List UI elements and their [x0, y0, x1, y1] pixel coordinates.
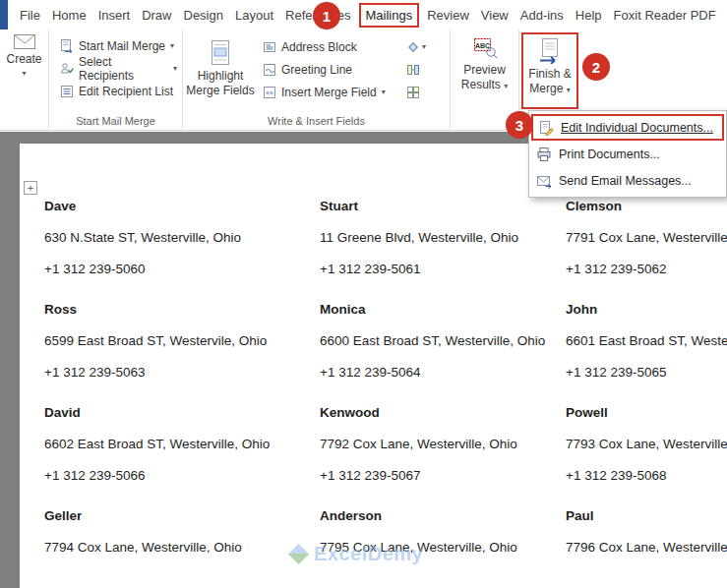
- contact-address: 6601 East Broad ST, Westerville, Ohio: [566, 332, 727, 349]
- insert-merge-field-icon: «»: [263, 86, 276, 99]
- tab-layout[interactable]: Layout: [229, 3, 279, 28]
- tab-draw[interactable]: Draw: [136, 3, 177, 28]
- contact-name: Monica: [320, 301, 566, 318]
- menu-item-send-email-messages[interactable]: Send Email Messages...: [529, 167, 726, 194]
- finish-and-merge-label: Finish &Merge ▾: [528, 67, 571, 96]
- svg-text:ABC: ABC: [474, 42, 489, 49]
- tab-home[interactable]: Home: [46, 3, 92, 28]
- edit-recipient-list-icon: [60, 85, 74, 98]
- tab-add-ins[interactable]: Add-ins: [515, 3, 570, 28]
- document-page[interactable]: + Dave 630 N.State ST, Westerville, Ohio…: [20, 144, 727, 588]
- edit-individual-documents-label: Edit Individual Documents...: [561, 121, 713, 135]
- contact-cell: Ross 6599 East Broad ST, Westervile, Ohi…: [44, 301, 320, 381]
- edit-recipient-list-button[interactable]: Edit Recipient List: [55, 80, 182, 102]
- start-mail-merge-icon: [60, 39, 74, 53]
- insert-merge-field-label: Insert Merge Field: [281, 86, 377, 99]
- dropdown-chevron-icon: ▾: [504, 82, 508, 90]
- dropdown-chevron-icon: ▾: [173, 65, 177, 73]
- address-block-button[interactable]: Address Block: [258, 35, 403, 58]
- contact-name: Kenwood: [320, 404, 566, 421]
- tab-review[interactable]: Review: [421, 3, 475, 28]
- contact-phone: +1 312 239-5063: [44, 364, 320, 381]
- merged-labels-grid: Dave 630 N.State ST, Westerville, Ohio +…: [44, 198, 727, 588]
- contact-name: Anderson: [320, 507, 566, 524]
- dropdown-chevron-icon: ▾: [170, 42, 174, 50]
- start-mail-merge-group: Start Mail Merge ▾ Select Recipients ▾ E…: [49, 29, 183, 130]
- match-fields-icon: [406, 63, 420, 77]
- address-block-icon: [263, 40, 276, 54]
- edit-individual-documents-icon: [538, 120, 554, 136]
- match-fields-button[interactable]: [403, 58, 423, 81]
- contact-name: Stuart: [320, 198, 566, 214]
- ribbon-tab-bar: File Home Insert Draw Design Layout Refe…: [0, 0, 727, 29]
- contact-cell: Kenwood 7792 Cox Lane, Westerville, Ohio…: [320, 404, 566, 484]
- contact-cell: Powell 7793 Cox Lane, Westerville, Ohio …: [566, 404, 727, 484]
- select-recipients-icon: [60, 62, 74, 76]
- create-label: Create: [6, 52, 41, 67]
- svg-text:«»: «»: [266, 88, 273, 95]
- write-insert-fields-group: HighlightMerge Fields Address Block Gree…: [183, 29, 451, 130]
- annotation-step-3-badge: 3: [506, 111, 533, 139]
- contact-address: 11 Greene Blvd, Westerville, Ohio: [320, 229, 566, 246]
- dropdown-chevron-icon: ▾: [382, 88, 386, 96]
- tab-help[interactable]: Help: [570, 3, 608, 28]
- contact-address: 630 N.State ST, Westerville, Ohio: [44, 229, 320, 246]
- contact-address: 6602 East Broad ST, Westerville, Ohio: [44, 436, 320, 452]
- send-email-messages-label: Send Email Messages...: [559, 174, 692, 188]
- exceldemy-logo-icon: [288, 544, 309, 564]
- rules-button[interactable]: ▾: [403, 35, 429, 58]
- contact-name: Paul: [566, 507, 727, 524]
- tab-mailings[interactable]: Mailings: [359, 3, 420, 28]
- rules-icon: [406, 40, 420, 54]
- finish-merge-dropdown-menu: Edit Individual Documents... Print Docum…: [528, 110, 727, 198]
- exceldemy-watermark: ExcelDemy: [291, 543, 423, 565]
- contact-address: 7796 Cox Lane, Westerville, Ohio: [566, 539, 727, 556]
- contact-cell: Clemson 7791 Cox Lane, Westerville, Ohio…: [566, 198, 727, 277]
- finish-merge-icon: [537, 37, 563, 64]
- print-documents-icon: [536, 147, 552, 162]
- annotation-step-1-badge: 1: [313, 2, 340, 29]
- contact-phone: +1 312 239-5068: [566, 467, 727, 484]
- exceldemy-watermark-text: ExcelDemy: [314, 543, 423, 565]
- dropdown-chevron-icon: ▾: [422, 43, 426, 51]
- menu-item-edit-individual-documents[interactable]: Edit Individual Documents...: [531, 114, 724, 141]
- contact-name: Dave: [44, 198, 320, 214]
- start-mail-merge-group-label: Start Mail Merge: [49, 115, 182, 127]
- insert-merge-field-button[interactable]: «» Insert Merge Field ▾: [258, 81, 403, 103]
- tab-design[interactable]: Design: [178, 3, 229, 28]
- contact-cell: Geller 7794 Cox Lane, Westerville, Ohio: [44, 507, 320, 570]
- tab-foxit-reader-pdf[interactable]: Foxit Reader PDF: [608, 3, 722, 28]
- tab-insert[interactable]: Insert: [92, 3, 137, 28]
- contact-phone: +1 312 239-5067: [320, 467, 566, 484]
- window-edge: [0, 0, 8, 29]
- menu-item-print-documents[interactable]: Print Documents...: [529, 141, 726, 167]
- greeting-line-label: Greeting Line: [281, 63, 352, 77]
- finish-and-merge-button[interactable]: Finish &Merge ▾: [521, 32, 578, 109]
- create-button[interactable]: Create ▾: [6, 29, 41, 108]
- preview-results-label: PreviewResults ▾: [461, 63, 508, 92]
- contact-name: Clemson: [566, 198, 727, 214]
- edit-recipient-list-label: Edit Recipient List: [79, 85, 173, 98]
- contact-address: 6600 East Broad ST, Westerville, Ohio: [320, 332, 566, 349]
- tab-file[interactable]: File: [14, 3, 46, 28]
- update-labels-button[interactable]: [403, 81, 423, 103]
- preview-results-button[interactable]: ABC PreviewResults ▾: [461, 29, 508, 108]
- contact-address: 7791 Cox Lane, Westerville, Ohio: [566, 229, 727, 246]
- highlight-merge-fields-label: HighlightMerge Fields: [186, 69, 254, 98]
- write-insert-fields-group-label: Write & Insert Fields: [183, 115, 450, 127]
- update-labels-icon: [406, 86, 420, 99]
- tab-view[interactable]: View: [475, 3, 515, 28]
- greeting-line-button[interactable]: Greeting Line: [258, 58, 403, 81]
- highlight-merge-fields-icon: [209, 39, 232, 66]
- contact-cell: Dave 630 N.State ST, Westerville, Ohio +…: [44, 198, 320, 277]
- envelope-icon: [14, 34, 35, 49]
- contact-phone: +1 312 239-5065: [566, 364, 727, 381]
- contact-name: David: [44, 404, 320, 421]
- contact-address: 7793 Cox Lane, Westerville, Ohio: [566, 436, 727, 452]
- annotation-step-2-badge: 2: [582, 53, 610, 81]
- greeting-line-icon: [263, 63, 276, 77]
- table-move-handle[interactable]: +: [24, 181, 37, 195]
- contact-phone: +1 312 239-5060: [44, 261, 320, 277]
- highlight-merge-fields-button[interactable]: HighlightMerge Fields: [183, 34, 258, 113]
- select-recipients-button[interactable]: Select Recipients ▾: [55, 57, 182, 80]
